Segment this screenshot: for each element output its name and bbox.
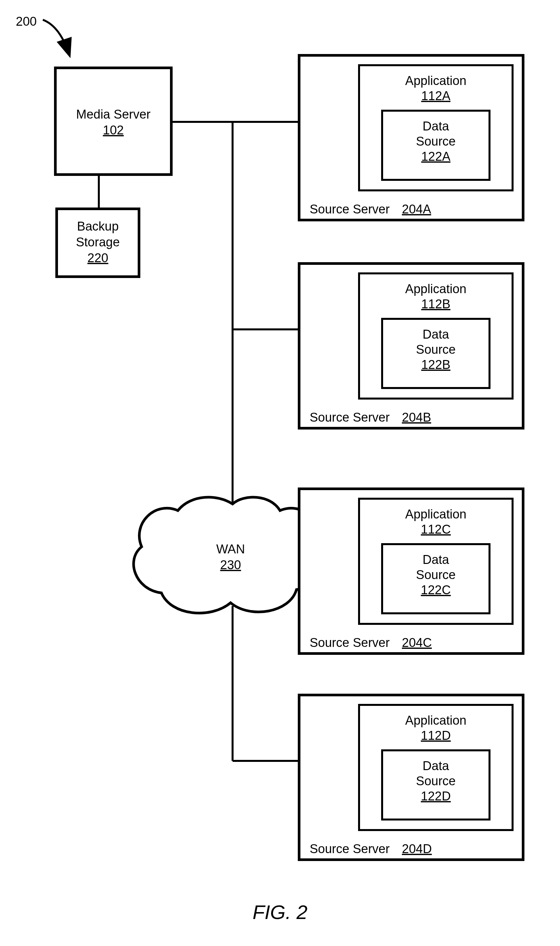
wan-label: WAN xyxy=(216,542,245,556)
datasource-label2-a: Source xyxy=(416,134,455,148)
source-server-label-a: Source Server xyxy=(310,202,390,216)
figure-ref-label: 200 xyxy=(16,14,37,28)
diagram-canvas: 200 Media Server 102 Backup Storage 220 … xyxy=(0,0,560,946)
source-server-ref-a: 204A xyxy=(402,202,431,216)
svg-rect-0 xyxy=(55,68,171,175)
datasource-label1-c: Data xyxy=(423,553,449,566)
backup-storage-label1: Backup xyxy=(77,219,119,233)
application-label-b: Application xyxy=(405,282,466,296)
datasource-label2-c: Source xyxy=(416,568,455,582)
source-server-d: Application 112D Data Source 122D Source… xyxy=(299,695,523,860)
source-server-label-b: Source Server xyxy=(310,411,390,424)
datasource-ref-c: 122C xyxy=(421,583,451,597)
datasource-label1-d: Data xyxy=(423,759,449,773)
application-label-a: Application xyxy=(405,74,466,88)
application-ref-c: 112C xyxy=(421,522,451,536)
application-label-d: Application xyxy=(405,714,466,727)
application-ref-b: 112B xyxy=(421,297,451,311)
source-server-ref-b: 204B xyxy=(402,411,431,424)
backup-storage-ref: 220 xyxy=(87,251,108,265)
application-label-c: Application xyxy=(405,507,466,521)
backup-storage-label2: Storage xyxy=(76,235,120,249)
datasource-ref-b: 122B xyxy=(421,358,451,372)
application-ref-d: 112D xyxy=(421,729,451,743)
media-server-label: Media Server xyxy=(76,108,151,121)
source-server-ref-c: 204C xyxy=(402,636,432,649)
media-server-ref: 102 xyxy=(103,123,123,137)
source-server-b: Application 112B Data Source 122B Source… xyxy=(299,263,523,428)
datasource-ref-d: 122D xyxy=(421,789,451,803)
figure-caption: FIG. 2 xyxy=(253,901,308,923)
datasource-ref-a: 122A xyxy=(421,149,451,163)
datasource-label2-b: Source xyxy=(416,343,455,356)
source-server-label-d: Source Server xyxy=(310,842,390,856)
datasource-label2-d: Source xyxy=(416,774,455,788)
media-server-box: Media Server 102 xyxy=(55,68,171,175)
figure-ref-arrow xyxy=(43,20,69,54)
source-server-ref-d: 204D xyxy=(402,842,432,856)
source-server-label-c: Source Server xyxy=(310,636,390,649)
backup-storage-box: Backup Storage 220 xyxy=(57,209,139,277)
datasource-label1-a: Data xyxy=(423,119,449,133)
wan-cloud: WAN 230 xyxy=(134,497,322,613)
source-server-a: Application 112A Data Source 122A Source… xyxy=(299,55,523,220)
source-server-c: Application 112C Data Source 122C Source… xyxy=(299,489,523,654)
datasource-label1-b: Data xyxy=(423,328,449,341)
wan-ref: 230 xyxy=(220,558,241,572)
application-ref-a: 112A xyxy=(421,89,451,103)
